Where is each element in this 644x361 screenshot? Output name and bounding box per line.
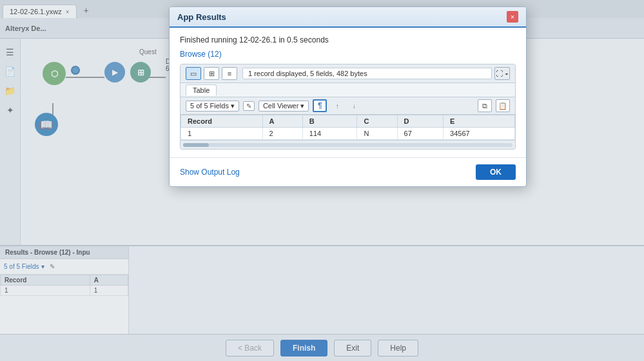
single-record-view-button[interactable]: ▭ xyxy=(186,67,201,80)
horizontal-scrollbar[interactable] xyxy=(181,140,515,149)
fields-dropdown[interactable]: 5 of 5 Fields ▾ xyxy=(186,101,239,112)
export-button[interactable]: 📋 xyxy=(496,99,510,112)
th-record: Record xyxy=(181,115,263,128)
th-e: E xyxy=(444,115,515,128)
th-c: C xyxy=(357,115,397,128)
table-tab-row: Table xyxy=(181,83,515,97)
browse-link[interactable]: Browse (12) xyxy=(180,50,516,59)
status-text: Finished running 12-02-26.1 in 0.5 secon… xyxy=(180,35,516,44)
scroll-thumb xyxy=(183,143,209,147)
viewer-toolbar: ▭ ⊞ ≡ 1 record displayed, 5 fields, 482 … xyxy=(181,64,515,83)
fields-edit-button[interactable]: ✎ xyxy=(243,101,255,111)
record-count: 1 record displayed, 5 fields, 482 bytes xyxy=(242,68,492,79)
data-viewer: ▭ ⊞ ≡ 1 record displayed, 5 fields, 482 … xyxy=(180,64,516,150)
modal-titlebar: App Results × xyxy=(170,7,526,28)
scroll-track xyxy=(183,143,512,147)
ok-button[interactable]: OK xyxy=(476,164,516,180)
modal-close-button[interactable]: × xyxy=(507,11,518,23)
modal-overlay: App Results × Finished running 12-02-26.… xyxy=(0,0,644,361)
table-row: 1 2 114 N 67 34567 xyxy=(181,128,515,140)
table-controls: 5 of 5 Fields ▾ ✎ Cell Viewer ▾ ¶ ↑ ↓ ⧉ … xyxy=(181,97,515,115)
copy-button[interactable]: ⧉ xyxy=(478,99,492,112)
expand-button[interactable]: ⛶ ▾ xyxy=(494,67,510,80)
cell-viewer-dropdown[interactable]: Cell Viewer ▾ xyxy=(259,101,309,112)
table-tab[interactable]: Table xyxy=(186,84,217,95)
modal-window: App Results × Finished running 12-02-26.… xyxy=(169,6,527,187)
report-view-button[interactable]: ≡ xyxy=(222,67,237,80)
sort-asc-button[interactable]: ↑ xyxy=(331,99,344,112)
th-b: B xyxy=(302,115,357,128)
grid-view-button[interactable]: ⊞ xyxy=(204,67,219,80)
show-log-link[interactable]: Show Output Log xyxy=(180,168,240,177)
sort-desc-button[interactable]: ↓ xyxy=(347,99,360,112)
modal-body: Finished running 12-02-26.1 in 0.5 secon… xyxy=(170,28,526,157)
modal-footer: Show Output Log OK xyxy=(170,157,526,186)
th-a: A xyxy=(262,115,302,128)
pilcrow-button[interactable]: ¶ xyxy=(313,99,327,112)
th-d: D xyxy=(397,115,443,128)
data-table-wrapper: Record A B C D E 1 2 xyxy=(181,115,515,140)
modal-title: App Results xyxy=(177,12,226,22)
